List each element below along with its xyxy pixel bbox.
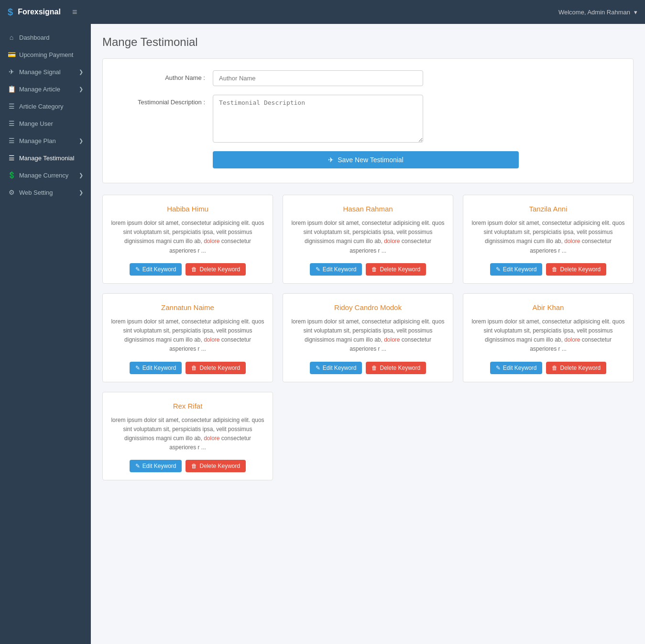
manage-signal-arrow-icon: ❯ (79, 69, 83, 75)
edit-button-4[interactable]: ✎ Edit Keyword (130, 362, 182, 374)
manage-article-arrow-icon: ❯ (79, 86, 83, 92)
sidebar-label-manage-plan: Manage Plan (19, 137, 56, 144)
delete-button-5[interactable]: 🗑 Delete Keyword (366, 362, 426, 374)
testimonial-text-7: lorem ipsum dolor sit amet, consectetur … (110, 416, 265, 453)
testimonial-text-6: lorem ipsum dolor sit amet, consectetur … (471, 317, 625, 354)
author-name-input[interactable] (213, 70, 423, 86)
testimonial-card-2: Hasan Rahman lorem ipsum dolor sit amet,… (283, 195, 453, 284)
manage-currency-icon: 💲 (8, 171, 15, 179)
testimonial-card-7: Rex Rifat lorem ipsum dolor sit amet, co… (102, 392, 273, 481)
article-category-icon: ☰ (8, 102, 15, 110)
welcome-text: Welcome, Admin Rahman (558, 9, 630, 16)
upcoming-payment-icon: 💳 (8, 51, 15, 58)
edit-icon-2: ✎ (316, 266, 320, 273)
testimonial-grid: Habiba Himu lorem ipsum dolor sit amet, … (102, 195, 634, 480)
mange-user-icon: ☰ (8, 120, 15, 127)
delete-label-6: Delete Keyword (560, 365, 601, 371)
description-input[interactable] (213, 95, 423, 143)
sidebar-label-manage-signal: Manage Signal (19, 68, 61, 76)
sidebar-label-manage-currency: Manage Currency (19, 172, 68, 179)
description-label: Testimonial Description : (117, 95, 213, 106)
sidebar-item-upcoming-payment[interactable]: 💳 Upcoming Payment (0, 46, 91, 63)
layout: ⌂ Dashboard 💳 Upcoming Payment ✈ Manage … (0, 24, 645, 644)
delete-button-7[interactable]: 🗑 Delete Keyword (186, 460, 246, 472)
main-content: Mange Testimonial Author Name : Testimon… (91, 24, 645, 644)
edit-button-5[interactable]: ✎ Edit Keyword (310, 362, 362, 374)
edit-label-7: Edit Keyword (142, 463, 176, 469)
sidebar-label-mange-user: Mange User (19, 120, 53, 127)
edit-button-7[interactable]: ✎ Edit Keyword (130, 460, 182, 472)
hamburger-icon[interactable]: ≡ (72, 7, 77, 17)
delete-label-3: Delete Keyword (560, 266, 601, 273)
manage-currency-arrow-icon: ❯ (79, 172, 83, 178)
edit-label-3: Edit Keyword (503, 266, 537, 273)
edit-label-2: Edit Keyword (323, 266, 357, 273)
edit-icon-6: ✎ (496, 365, 501, 371)
edit-label-6: Edit Keyword (503, 365, 537, 371)
edit-icon-1: ✎ (135, 266, 140, 273)
logo-icon: $ (8, 7, 13, 18)
manage-article-icon: 📋 (8, 85, 15, 93)
edit-button-6[interactable]: ✎ Edit Keyword (490, 362, 543, 374)
sidebar-label-web-setting: Web Setting (19, 189, 53, 196)
card-actions-3: ✎ Edit Keyword 🗑 Delete Keyword (471, 263, 625, 276)
save-icon: ✈ (328, 156, 334, 164)
testimonial-text-2: lorem ipsum dolor sit amet, consectetur … (291, 219, 445, 255)
delete-icon-6: 🗑 (552, 365, 558, 371)
sidebar-label-manage-article: Manage Article (19, 86, 60, 93)
testimonial-card-1: Habiba Himu lorem ipsum dolor sit amet, … (102, 195, 273, 284)
web-setting-icon: ⚙ (8, 189, 15, 196)
sidebar-item-manage-article[interactable]: 📋 Manage Article ❯ (0, 80, 91, 98)
delete-button-4[interactable]: 🗑 Delete Keyword (186, 362, 246, 374)
testimonial-card-5: Ridoy Candro Modok lorem ipsum dolor sit… (283, 293, 453, 382)
delete-icon-3: 🗑 (552, 266, 558, 273)
sidebar-item-manage-plan[interactable]: ☰ Manage Plan ❯ (0, 132, 91, 149)
manage-plan-icon: ☰ (8, 137, 15, 144)
delete-button-1[interactable]: 🗑 Delete Keyword (186, 263, 246, 276)
sidebar-item-manage-testimonial[interactable]: ☰ Manage Testimonial (0, 149, 91, 167)
edit-label-4: Edit Keyword (142, 365, 176, 371)
delete-icon-5: 🗑 (372, 365, 377, 371)
sidebar-item-dashboard[interactable]: ⌂ Dashboard (0, 29, 91, 46)
sidebar-item-article-category[interactable]: ☰ Article Category (0, 98, 91, 115)
delete-icon-1: 🗑 (191, 266, 197, 273)
brand-logo: $ Forexsignal (8, 7, 61, 18)
edit-button-1[interactable]: ✎ Edit Keyword (130, 263, 182, 276)
testimonial-text-3: lorem ipsum dolor sit amet, consectetur … (471, 219, 625, 255)
save-testimonial-button[interactable]: ✈ Save New Testimonial (213, 151, 519, 168)
card-actions-5: ✎ Edit Keyword 🗑 Delete Keyword (291, 362, 445, 374)
save-button-label: Save New Testimonial (338, 156, 403, 164)
edit-icon-3: ✎ (496, 266, 501, 273)
page-title: Mange Testimonial (102, 35, 634, 49)
testimonial-name-1: Habiba Himu (110, 205, 265, 213)
dashboard-icon: ⌂ (8, 33, 15, 41)
edit-button-3[interactable]: ✎ Edit Keyword (490, 263, 543, 276)
delete-button-2[interactable]: 🗑 Delete Keyword (366, 263, 426, 276)
edit-icon-5: ✎ (316, 365, 320, 371)
edit-label-5: Edit Keyword (323, 365, 357, 371)
manage-testimonial-icon: ☰ (8, 154, 15, 162)
card-actions-1: ✎ Edit Keyword 🗑 Delete Keyword (110, 263, 265, 276)
dropdown-arrow-icon[interactable]: ▾ (634, 9, 637, 16)
delete-button-6[interactable]: 🗑 Delete Keyword (546, 362, 606, 374)
card-actions-2: ✎ Edit Keyword 🗑 Delete Keyword (291, 263, 445, 276)
sidebar: ⌂ Dashboard 💳 Upcoming Payment ✈ Manage … (0, 24, 91, 644)
sidebar-item-manage-currency[interactable]: 💲 Manage Currency ❯ (0, 167, 91, 184)
edit-button-2[interactable]: ✎ Edit Keyword (310, 263, 362, 276)
testimonial-name-6: Abir Khan (471, 303, 625, 311)
sidebar-label-upcoming-payment: Upcoming Payment (19, 51, 73, 58)
sidebar-item-manage-signal[interactable]: ✈ Manage Signal ❯ (0, 63, 91, 80)
sidebar-item-web-setting[interactable]: ⚙ Web Setting ❯ (0, 184, 91, 201)
top-navbar: $ Forexsignal ≡ Welcome, Admin Rahman ▾ (0, 0, 645, 24)
testimonial-card-4: Zannatun Naime lorem ipsum dolor sit ame… (102, 293, 273, 382)
sidebar-item-mange-user[interactable]: ☰ Mange User (0, 115, 91, 132)
delete-icon-7: 🗑 (191, 463, 197, 469)
manage-signal-icon: ✈ (8, 68, 15, 76)
sidebar-label-dashboard: Dashboard (19, 34, 50, 41)
delete-button-3[interactable]: 🗑 Delete Keyword (546, 263, 606, 276)
testimonial-name-3: Tanzila Anni (471, 205, 625, 213)
card-actions-6: ✎ Edit Keyword 🗑 Delete Keyword (471, 362, 625, 374)
author-name-row: Author Name : (117, 70, 619, 86)
save-btn-row: ✈ Save New Testimonial (117, 151, 619, 168)
delete-label-7: Delete Keyword (199, 463, 240, 469)
